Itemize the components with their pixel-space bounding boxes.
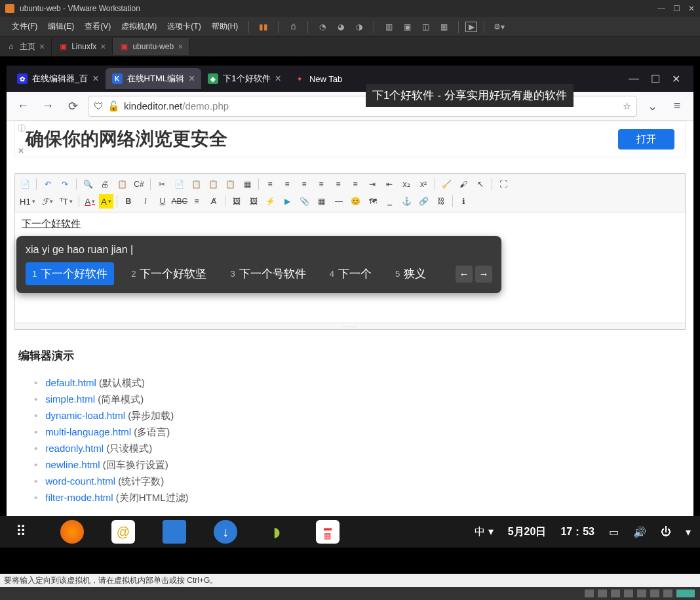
device-icon[interactable] xyxy=(650,590,659,597)
ime-candidate-1[interactable]: 1下一个好软件 xyxy=(26,262,114,285)
close-icon[interactable]: × xyxy=(92,73,98,85)
redo-icon[interactable]: ↷ xyxy=(57,177,73,191)
ime-indicator[interactable]: 中 ▾ xyxy=(475,525,493,539)
tool-3[interactable]: ◑ xyxy=(351,20,367,33)
layout-3-icon[interactable]: ◫ xyxy=(418,20,433,33)
menu-tabs[interactable]: 选项卡(T) xyxy=(163,20,204,33)
tool-2[interactable]: ◕ xyxy=(333,20,349,33)
firefox-icon[interactable] xyxy=(60,520,84,544)
clear-format-icon[interactable]: 🧹 xyxy=(438,177,454,191)
file-icon[interactable]: 📎 xyxy=(297,194,313,209)
browser-tab-1[interactable]: K 在线HTML编辑 × xyxy=(106,68,202,89)
flash-icon[interactable]: ⚡ xyxy=(263,194,279,209)
about-icon[interactable]: ℹ xyxy=(456,194,472,209)
justify-full-icon[interactable]: ≡ xyxy=(313,177,329,191)
font-family-select[interactable]: ℱ xyxy=(39,194,56,209)
quickformat-icon[interactable]: 🖌 xyxy=(456,177,471,191)
reload-button[interactable]: ⟳ xyxy=(63,96,83,116)
screen-icon[interactable]: ▭ xyxy=(609,526,619,538)
bookmark-star-icon[interactable]: ☆ xyxy=(623,100,631,112)
vmtab-linuxfx[interactable]: ▣ Linuxfx × xyxy=(52,38,113,55)
vmtab-ubuntu[interactable]: ▣ ubuntu-web × xyxy=(113,38,190,55)
browser-tab-3[interactable]: ✦ New Tab xyxy=(288,68,349,89)
ime-candidate-4[interactable]: 4下一个 xyxy=(323,262,378,285)
preview-icon[interactable]: 🔍 xyxy=(80,177,96,191)
browser-minimize[interactable]: — xyxy=(629,73,639,85)
ime-next-icon[interactable]: → xyxy=(475,266,492,283)
table-icon[interactable]: ▦ xyxy=(314,194,330,209)
browser-tab-0[interactable]: ✿ 在线编辑器_百 × xyxy=(10,68,106,89)
source-icon[interactable]: 📄 xyxy=(17,177,33,191)
print-icon[interactable]: 🖨 xyxy=(97,177,113,191)
menu-file[interactable]: 文件(F) xyxy=(8,20,41,33)
device-icon[interactable] xyxy=(663,590,672,597)
vmtab-home[interactable]: ⌂ 主页 × xyxy=(0,38,52,55)
volume-icon[interactable]: 🔊 xyxy=(633,526,646,538)
demo-link[interactable]: default.html xyxy=(45,377,96,388)
fullscreen-icon[interactable]: ⛶ xyxy=(496,177,511,191)
hr-icon[interactable]: — xyxy=(331,194,347,209)
justify-right-icon[interactable]: ≡ xyxy=(296,177,312,191)
pause-icon[interactable]: ▮▮ xyxy=(256,20,271,33)
close-icon[interactable]: × xyxy=(39,41,45,52)
pointer-icon[interactable]: ↖ xyxy=(473,177,488,191)
demo-link[interactable]: readonly.html xyxy=(45,443,104,454)
paste-word-icon[interactable]: 📋 xyxy=(222,177,238,191)
undo-icon[interactable]: ↶ xyxy=(40,177,56,191)
demo-link[interactable]: word-count.html xyxy=(45,475,115,487)
indent-icon[interactable]: ⇥ xyxy=(364,177,380,191)
line-height-icon[interactable]: ≡ xyxy=(189,194,204,209)
ime-candidate-5[interactable]: 5狭义 xyxy=(389,262,433,285)
calendar-icon[interactable]: ▬▦ xyxy=(316,520,340,544)
ime-candidate-3[interactable]: 3下一个号软件 xyxy=(224,262,312,285)
menu-view[interactable]: 查看(V) xyxy=(81,20,115,33)
device-icon[interactable] xyxy=(585,590,594,597)
files-icon[interactable] xyxy=(163,520,186,544)
layout-1-icon[interactable]: ▥ xyxy=(381,20,397,33)
bg-color[interactable]: A xyxy=(99,194,113,209)
demo-link[interactable]: simple.html xyxy=(45,393,95,405)
menu-vm[interactable]: 虚拟机(M) xyxy=(117,20,161,33)
android-icon[interactable]: ◗ xyxy=(265,520,288,544)
device-icon[interactable] xyxy=(637,590,646,597)
menu-help[interactable]: 帮助(H) xyxy=(208,20,243,33)
bold-icon[interactable]: B xyxy=(121,194,136,209)
ime-prev-icon[interactable]: ← xyxy=(456,266,473,283)
remove-format-icon[interactable]: A̸ xyxy=(206,194,222,209)
demo-link[interactable]: dynamic-load.html xyxy=(45,410,125,421)
mail-icon[interactable]: @ xyxy=(111,520,135,544)
underline-icon[interactable]: U xyxy=(155,194,170,209)
close-icon[interactable]: × xyxy=(100,41,106,52)
anchor-icon[interactable]: ⚓ xyxy=(399,194,415,209)
demo-link[interactable]: filter-mode.html xyxy=(45,492,113,503)
pocket-icon[interactable]: ⌄ xyxy=(642,96,662,116)
back-button[interactable]: ← xyxy=(13,96,33,116)
downloads-icon[interactable]: ↓ xyxy=(214,520,237,544)
subscript-icon[interactable]: x₂ xyxy=(399,177,414,191)
paste-icon[interactable]: 📋 xyxy=(188,177,204,191)
strike-icon[interactable]: ABC xyxy=(172,194,187,209)
italic-icon[interactable]: I xyxy=(138,194,153,209)
text-color[interactable]: A xyxy=(83,194,98,209)
ime-candidate-2[interactable]: 2下一个好软坚 xyxy=(125,262,213,285)
justify-left-icon[interactable]: ≡ xyxy=(262,177,278,191)
superscript-icon[interactable]: x² xyxy=(416,177,431,191)
menu-edit[interactable]: 编辑(E) xyxy=(44,20,78,33)
emoji-icon[interactable]: 😊 xyxy=(348,194,364,209)
select-all-icon[interactable]: ▦ xyxy=(239,177,255,191)
justify-center-icon[interactable]: ≡ xyxy=(279,177,295,191)
code-icon[interactable]: C# xyxy=(131,177,147,191)
device-icon[interactable] xyxy=(611,590,620,597)
font-size-select[interactable]: ᵀT xyxy=(57,194,75,209)
close-icon[interactable]: × xyxy=(275,73,281,85)
heading-select[interactable]: H1 xyxy=(17,194,38,209)
fullscreen-icon[interactable]: ▶ xyxy=(465,22,477,32)
media-icon[interactable]: ▶ xyxy=(280,194,296,209)
copy-icon[interactable]: 📄 xyxy=(171,177,187,191)
maximize-button[interactable]: ☐ xyxy=(673,4,680,13)
template-icon[interactable]: 📋 xyxy=(114,177,130,191)
apps-grid-icon[interactable]: ⠿ xyxy=(9,520,33,544)
demo-link[interactable]: newline.html xyxy=(45,459,100,470)
multi-image-icon[interactable]: 🖼 xyxy=(246,194,262,209)
pagebreak-icon[interactable]: ⎯ xyxy=(382,194,398,209)
